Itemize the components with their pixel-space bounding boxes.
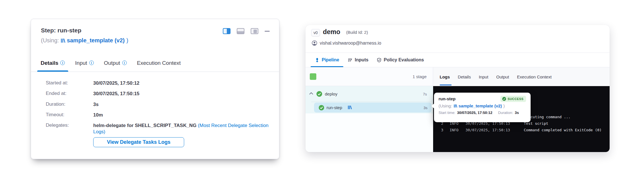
tooltip-using-line: (Using: sample_template (v2) ): [439, 103, 526, 108]
status-badge-label: SUCCESS: [508, 97, 523, 101]
template-link-label: sample_template (v2): [459, 103, 502, 108]
using-suffix: ): [503, 103, 505, 108]
execution-tabs: Pipeline Inputs Policy Evaluations: [306, 53, 610, 67]
step-row-run-step[interactable]: run-step 3s: [314, 103, 431, 113]
tab-log-execution-context[interactable]: Execution Context: [513, 67, 556, 86]
delegates-text: helm-delegate for SHELL_SCRIPT_TASK_NG: [93, 123, 198, 128]
bottom-panel-icon[interactable]: [237, 28, 244, 34]
tab-details-label: Details: [41, 60, 58, 66]
detail-row-delegates: Delegates: helm-delegate for SHELL_SCRIP…: [46, 122, 269, 135]
view-delegate-tasks-logs-button[interactable]: View Delegate Tasks Logs: [93, 137, 184, 147]
success-check-icon: [316, 91, 322, 97]
detail-label: Started at:: [46, 80, 93, 86]
stage-count: 1 stage: [413, 74, 427, 79]
group-divider: [311, 102, 431, 102]
tab-execution-context[interactable]: Execution Context: [134, 58, 184, 72]
log-line-number: 3: [441, 127, 450, 133]
detail-label: Delegates:: [46, 122, 93, 135]
tab-pipeline[interactable]: Pipeline: [311, 53, 343, 67]
tab-execution-context-label: Execution Context: [137, 60, 181, 66]
tab-log-output-label: Output: [496, 74, 509, 79]
detail-row-timeout: Timeout: 10m: [46, 112, 269, 118]
screenshot-canvas: Step: run-step (Using: sample_template (…: [0, 0, 644, 183]
tab-log-details[interactable]: Details: [454, 67, 475, 86]
detail-value: 3s: [93, 101, 269, 108]
tooltip-meta: Start time: 30/07/2025, 17:50:12 Duratio…: [439, 111, 526, 115]
tab-log-output[interactable]: Output: [492, 67, 513, 86]
stage-group-name: deploy: [325, 92, 337, 96]
detail-value: 30/07/2025, 17:50:15: [93, 91, 269, 97]
stage-group-row[interactable]: deploy 7s: [306, 86, 433, 102]
pipeline-icon: [315, 58, 319, 63]
log-level: INFO: [450, 127, 466, 133]
using-prefix: (Using:: [41, 37, 59, 44]
tooltip-arrow: [431, 103, 434, 109]
user-email: vishal.vishwaroop@harness.io: [320, 41, 381, 46]
minimize-icon[interactable]: [265, 28, 270, 34]
info-icon[interactable]: i: [60, 61, 65, 65]
log-message: Command completed with ExitCode (0): [524, 127, 602, 133]
template-link[interactable]: sample_template (v2): [61, 37, 124, 44]
detail-value: 10m: [93, 112, 269, 118]
log-line: 3 INFO 30/07/2025, 17:50:13 Command comp…: [441, 127, 610, 133]
delegates-value: helm-delegate for SHELL_SCRIPT_TASK_NG (…: [93, 122, 269, 135]
tab-log-input-label: Input: [479, 74, 488, 79]
log-message: Executing command ...: [524, 114, 570, 120]
template-icon: [348, 105, 352, 110]
stage-group-deploy: deploy 7s run-step 3s: [306, 86, 433, 113]
template-link-label: sample_template (v2): [67, 37, 124, 44]
tab-logs[interactable]: Logs: [440, 67, 454, 86]
success-check-icon: [502, 97, 506, 101]
step-tabs: Details i Input i Output i Execution Con…: [31, 58, 279, 72]
detail-value: 30/07/2025, 17:50:12: [93, 80, 269, 86]
tab-output-label: Output: [104, 60, 120, 66]
template-icon: [454, 104, 457, 108]
tab-policy-evaluations-label: Policy Evaluations: [384, 57, 424, 63]
detail-row-ended: Ended at: 30/07/2025, 17:50:15: [46, 91, 269, 97]
duration-label: Duration:: [498, 111, 513, 115]
user-row: vishal.vishwaroop@harness.io: [312, 40, 381, 46]
floating-panel-icon[interactable]: [251, 28, 258, 34]
using-suffix: ): [126, 37, 128, 44]
info-icon[interactable]: i: [89, 61, 94, 65]
stage-summary-strip: 1 stage: [306, 67, 433, 86]
tab-output[interactable]: Output i: [101, 58, 130, 72]
using-template-line: (Using: sample_template (v2) ): [41, 37, 128, 44]
status-badge: SUCCESS: [500, 96, 526, 102]
step-duration: 3s: [423, 106, 427, 110]
detail-label: Ended at:: [46, 91, 93, 97]
using-prefix: (Using:: [439, 103, 452, 108]
template-link[interactable]: sample_template (v2): [454, 103, 502, 108]
tab-inputs[interactable]: Inputs: [343, 53, 373, 67]
shield-check-icon: [377, 58, 381, 63]
step-details-panel: Step: run-step (Using: sample_template (…: [31, 19, 279, 159]
tabbar-divider: [31, 72, 279, 72]
step-name: run-step: [327, 105, 342, 110]
duration-value: 3s: [515, 111, 519, 115]
success-check-icon: [319, 105, 324, 111]
template-icon: [61, 38, 65, 43]
start-time-value: 30/07/2025, 17:50:12: [457, 111, 492, 115]
tab-inputs-label: Inputs: [355, 57, 368, 63]
split-view-icon[interactable]: [223, 28, 230, 34]
tab-pipeline-label: Pipeline: [322, 57, 339, 63]
chevron-up-icon[interactable]: [309, 92, 313, 95]
pipeline-execution-panel: v0 demo (Build Id: 2) vishal.vishwaroop@…: [306, 25, 610, 152]
info-icon[interactable]: i: [122, 61, 127, 65]
detail-row-started: Started at: 30/07/2025, 17:50:12: [46, 80, 269, 86]
tab-policy-evaluations[interactable]: Policy Evaluations: [373, 53, 428, 67]
detail-row-duration: Duration: 3s: [46, 101, 269, 108]
build-id: (Build Id: 2): [346, 30, 368, 35]
tab-log-execution-context-label: Execution Context: [517, 74, 552, 79]
panel-view-controls: [223, 28, 270, 34]
start-time-label: Start time:: [439, 111, 455, 115]
log-timestamp: 30/07/2025, 17:50:13: [466, 127, 524, 133]
stage-status-square[interactable]: [310, 73, 316, 80]
tab-logs-label: Logs: [440, 74, 450, 79]
tab-input[interactable]: Input i: [72, 58, 97, 72]
tab-details[interactable]: Details i: [37, 58, 68, 72]
tab-input-label: Input: [75, 60, 87, 66]
tab-log-input[interactable]: Input: [475, 67, 492, 86]
version-badge[interactable]: v0: [311, 29, 320, 36]
detail-label: Timeout:: [46, 112, 93, 118]
